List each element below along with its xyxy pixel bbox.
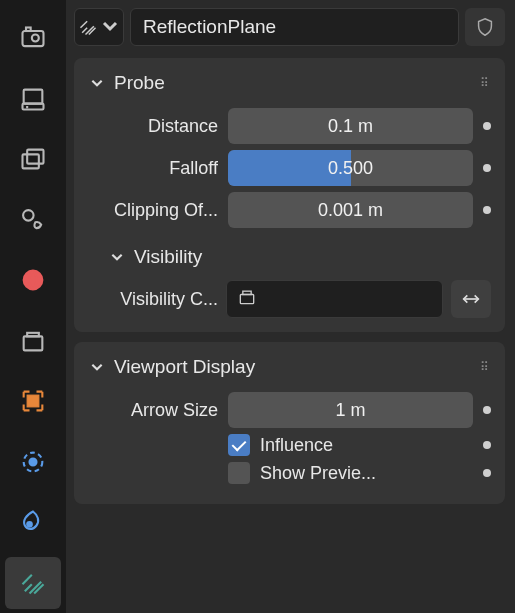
visibility-subpanel-header[interactable]: Visibility <box>88 234 491 272</box>
invert-visibility-button[interactable] <box>451 280 491 318</box>
svg-rect-12 <box>27 395 39 407</box>
tab-scene[interactable] <box>5 194 61 247</box>
tab-physics[interactable] <box>5 436 61 489</box>
svg-line-20 <box>82 28 87 33</box>
tab-output[interactable] <box>5 73 61 126</box>
datablock-type-selector[interactable] <box>74 8 124 46</box>
panel-drag-icon[interactable]: ⠿ <box>480 76 491 90</box>
falloff-row: Falloff 0.500 <box>88 150 491 186</box>
visibility-collection-field[interactable] <box>226 280 443 318</box>
chevron-down-icon <box>108 248 126 266</box>
viewport-display-panel: Viewport Display ⠿ Arrow Size 1 m Influe… <box>74 342 505 504</box>
tab-viewlayer[interactable] <box>5 133 61 186</box>
visibility-title: Visibility <box>134 246 491 268</box>
clipping-field[interactable]: 0.001 m <box>228 192 473 228</box>
clipping-row: Clipping Of... 0.001 m <box>88 192 491 228</box>
svg-line-19 <box>23 575 32 584</box>
arrow-size-label: Arrow Size <box>88 400 218 421</box>
tab-collection[interactable] <box>5 315 61 368</box>
probe-panel-header[interactable]: Probe ⠿ <box>88 68 491 102</box>
falloff-label: Falloff <box>88 158 218 179</box>
clipping-anim-dot[interactable] <box>483 206 491 214</box>
fake-user-toggle[interactable] <box>465 8 505 46</box>
properties-main: ReflectionPlane Probe ⠿ Distance 0.1 m F… <box>66 0 515 613</box>
falloff-field[interactable]: 0.500 <box>228 150 473 186</box>
svg-rect-11 <box>27 333 39 337</box>
preview-anim-dot[interactable] <box>483 469 491 477</box>
tab-constraints[interactable] <box>5 496 61 549</box>
visibility-collection-label: Visibility C... <box>88 289 218 310</box>
probe-panel-title: Probe <box>114 72 472 94</box>
svg-rect-3 <box>24 89 43 103</box>
svg-rect-4 <box>23 103 44 109</box>
chevron-down-icon <box>88 74 106 92</box>
svg-rect-6 <box>23 155 39 169</box>
svg-rect-10 <box>24 336 43 350</box>
svg-point-2 <box>32 35 39 42</box>
distance-label: Distance <box>88 116 218 137</box>
tab-render[interactable] <box>5 12 61 65</box>
arrow-size-anim-dot[interactable] <box>483 406 491 414</box>
falloff-anim-dot[interactable] <box>483 164 491 172</box>
distance-row: Distance 0.1 m <box>88 108 491 144</box>
svg-point-13 <box>30 458 37 465</box>
datablock-name-field[interactable]: ReflectionPlane <box>130 8 459 46</box>
probe-panel: Probe ⠿ Distance 0.1 m Falloff 0.500 Cli… <box>74 58 505 332</box>
svg-rect-25 <box>243 291 251 294</box>
tab-data-lightprobe[interactable] <box>5 557 61 610</box>
preview-label: Show Previe... <box>260 463 473 484</box>
shield-icon <box>474 16 496 38</box>
tab-world[interactable] <box>5 254 61 307</box>
preview-row: Show Previe... <box>88 462 491 484</box>
viewport-panel-header[interactable]: Viewport Display ⠿ <box>88 352 491 386</box>
distance-field[interactable]: 0.1 m <box>228 108 473 144</box>
clipping-label: Clipping Of... <box>88 200 218 221</box>
influence-anim-dot[interactable] <box>483 441 491 449</box>
distance-anim-dot[interactable] <box>483 122 491 130</box>
collection-icon <box>237 287 257 312</box>
svg-line-16 <box>25 584 32 591</box>
chevron-down-icon <box>88 358 106 376</box>
influence-label: Influence <box>260 435 473 456</box>
svg-rect-1 <box>26 28 31 32</box>
preview-checkbox[interactable] <box>228 462 250 484</box>
panel-drag-icon[interactable]: ⠿ <box>480 360 491 374</box>
bidirectional-arrow-icon <box>460 288 482 310</box>
influence-checkbox[interactable] <box>228 434 250 456</box>
svg-rect-7 <box>27 150 43 164</box>
tab-object[interactable] <box>5 375 61 428</box>
svg-point-15 <box>27 522 32 527</box>
svg-rect-0 <box>23 31 44 46</box>
arrow-size-row: Arrow Size 1 m <box>88 392 491 428</box>
arrow-size-field[interactable]: 1 m <box>228 392 473 428</box>
datablock-header: ReflectionPlane <box>74 8 505 46</box>
visibility-collection-row: Visibility C... <box>88 280 491 318</box>
svg-point-8 <box>23 210 33 221</box>
viewport-panel-title: Viewport Display <box>114 356 472 378</box>
svg-rect-24 <box>240 294 253 303</box>
properties-tab-strip <box>0 0 66 613</box>
influence-row: Influence <box>88 434 491 456</box>
svg-line-23 <box>81 21 88 28</box>
